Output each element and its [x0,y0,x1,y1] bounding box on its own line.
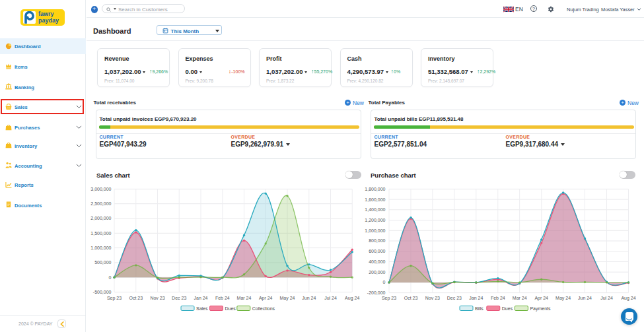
svg-text:Jan 24: Jan 24 [469,296,483,300]
svg-text:Oct 23: Oct 23 [404,296,418,300]
svg-text:2,000,000: 2,000,000 [90,216,111,220]
svg-text:Mar 24: Mar 24 [513,296,527,300]
svg-text:Jan 24: Jan 24 [194,296,207,300]
svg-text:Dues: Dues [225,306,236,311]
svg-text:1,600,000: 1,600,000 [365,197,385,202]
svg-text:Mar 24: Mar 24 [237,296,252,300]
svg-text:2,500,000: 2,500,000 [90,201,111,206]
svg-text:600,000: 600,000 [369,249,385,253]
svg-text:Jul 24: Jul 24 [324,296,337,300]
svg-text:0: 0 [383,280,386,284]
svg-text:-500,000: -500,000 [93,290,112,294]
svg-text:Nov 23: Nov 23 [425,296,440,300]
svg-text:1,200,000: 1,200,000 [365,218,385,222]
svg-text:1,000,000: 1,000,000 [365,228,385,233]
svg-text:Bills: Bills [475,306,483,311]
svg-text:Feb 24: Feb 24 [215,296,230,300]
svg-text:500,000: 500,000 [94,260,111,265]
svg-text:Nov 23: Nov 23 [150,296,164,300]
svg-text:200,000: 200,000 [369,270,385,275]
svg-text:Dec 23: Dec 23 [447,296,462,300]
svg-text:Dues: Dues [502,306,513,311]
svg-text:Aug 24: Aug 24 [621,296,635,301]
svg-text:Sep 23: Sep 23 [382,296,396,301]
svg-text:1,800,000: 1,800,000 [365,187,385,191]
svg-text:1,400,000: 1,400,000 [365,207,385,212]
svg-text:Aug 24: Aug 24 [345,296,359,301]
svg-text:Dec 23: Dec 23 [172,296,186,300]
svg-text:3,000,000: 3,000,000 [90,187,111,191]
svg-text:1,500,000: 1,500,000 [90,231,111,236]
svg-text:-200,000: -200,000 [367,290,386,295]
svg-text:Jul 24: Jul 24 [600,296,613,300]
svg-text:May 24: May 24 [280,296,295,301]
svg-text:0: 0 [109,275,112,280]
svg-text:Sep 23: Sep 23 [107,296,122,301]
svg-text:Jun 24: Jun 24 [578,296,592,300]
svg-text:May 24: May 24 [555,296,571,301]
svg-text:Apr 24: Apr 24 [259,296,273,301]
svg-text:1,000,000: 1,000,000 [90,246,111,250]
svg-text:400,000: 400,000 [369,259,385,264]
svg-text:Payments: Payments [530,306,551,312]
svg-text:Sales: Sales [196,306,208,311]
svg-text:Oct 23: Oct 23 [129,296,143,300]
svg-text:800,000: 800,000 [369,238,385,243]
svg-text:Feb 24: Feb 24 [491,296,505,300]
svg-text:Jun 24: Jun 24 [302,296,316,300]
svg-text:Collections: Collections [252,306,275,311]
svg-text:Apr 24: Apr 24 [534,296,548,301]
